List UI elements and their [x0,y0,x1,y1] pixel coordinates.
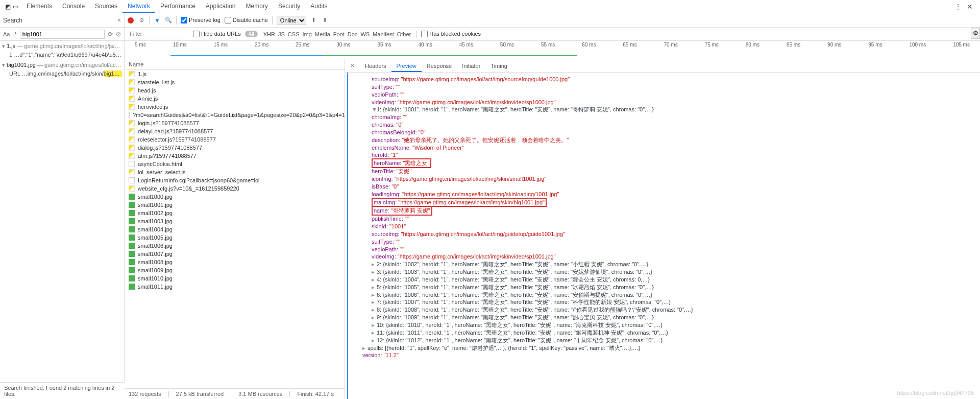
filter-type-xhr[interactable]: XHR [262,31,277,37]
preview-body[interactable]: sourceImg: "https://game.gtimg.cn/images… [347,73,980,399]
filter-input[interactable] [128,30,189,38]
request-row[interactable]: head.js [125,86,345,95]
hide-data-urls-checkbox[interactable]: Hide data URLs [193,31,241,38]
request-row[interactable]: small1011.jpg [125,283,345,291]
download-icon[interactable]: ⬇ [322,17,329,24]
request-row[interactable]: starstele_list.js [125,78,345,86]
request-row[interactable]: ?m0=searchGuides&a0=list&r1=GuideList&pa… [125,111,345,119]
file-type-icon [129,79,135,85]
detail-tab-timing[interactable]: Timing [485,61,512,71]
tab-memory[interactable]: Memory [241,1,273,13]
tab-audits[interactable]: Audits [305,1,332,13]
clear-icon[interactable]: ⊘ [138,17,145,24]
tab-security[interactable]: Security [273,1,305,13]
filter-type-js[interactable]: JS [277,31,286,37]
request-row[interactable]: asyncCookie.html [125,160,345,168]
request-row[interactable]: small1007.jpg [125,250,345,258]
request-row[interactable]: small1005.jpg [125,233,345,242]
request-row[interactable]: small1004.jpg [125,225,345,233]
regex-icon[interactable]: .* [13,31,16,37]
request-row[interactable]: herovideo.js [125,103,345,111]
close-detail-icon[interactable]: ✕ [347,62,358,69]
filter-type-css[interactable]: CSS [286,31,301,37]
request-row[interactable]: website_cfg.js?v=10&_=1612159859220 [125,184,345,193]
kebab-icon[interactable]: ⋮ [954,3,962,11]
file-type-icon [129,243,135,249]
request-row[interactable]: delayLoad.js?1597741088577 [125,127,345,135]
search-refresh-icon[interactable]: ⟳ [108,31,113,38]
has-blocked-cookies-checkbox[interactable]: Has blocked cookies [421,31,481,38]
settings-gear-icon[interactable]: ⚙ [971,28,980,39]
request-row[interactable]: small1001.jpg [125,201,345,209]
file-type-icon [129,275,135,281]
filter-type-ws[interactable]: WS [359,31,371,37]
request-row[interactable]: small1008.jpg [125,258,345,266]
search-result-line[interactable]: URL …img.cn/images/lol/act/img/skin/big1… [2,69,122,78]
tab-console[interactable]: Console [57,1,90,13]
filter-type-doc[interactable]: Doc [346,31,359,37]
tab-application[interactable]: Application [201,1,241,13]
file-type-icon [129,120,135,126]
request-row[interactable]: 1.js [125,70,345,78]
request-row[interactable]: lol_server_select.js [125,168,345,176]
search-close-icon[interactable]: × [117,17,121,24]
search-result-line[interactable]: 1 …d":"1","name":"\u9ed1\u6697\u4e4b\u59… [2,51,122,59]
filter-type-other[interactable]: Other [396,31,413,37]
request-row[interactable]: small1002.jpg [125,209,345,217]
request-row[interactable]: small1003.jpg [125,217,345,225]
search-sidebar: ▾ 1.js — game.gtimg.cn/images/lol/act/im… [0,41,125,399]
file-type-icon [129,177,135,183]
timeline[interactable]: 5 ms10 ms15 ms20 ms25 ms30 ms35 ms40 ms4… [125,41,980,59]
request-row[interactable]: login.js?1597741088577 [125,119,345,127]
file-type-icon [129,202,135,208]
search-icon[interactable]: 🔍 [165,17,172,24]
filter-type-img[interactable]: Img [301,31,313,37]
request-row[interactable]: small1006.jpg [125,242,345,250]
filter-all[interactable]: All [245,31,258,37]
request-row[interactable]: Annie.js [125,95,345,103]
request-row[interactable]: small1010.jpg [125,274,345,283]
filter-icon[interactable]: ▼ [154,17,161,24]
search-result-file[interactable]: ▾ 1.js — game.gtimg.cn/images/lol/act/im… [2,42,122,51]
network-toolbar: ⊘ ▼ 🔍 Preserve log Disable cache Online … [125,13,980,28]
detail-tab-response[interactable]: Response [422,61,457,71]
detail-tab-preview[interactable]: Preview [391,61,422,72]
file-type-icon [129,259,135,265]
request-row[interactable]: roleselector.js?1597741088577 [125,135,345,144]
device-icon[interactable]: ▭ [13,3,18,10]
file-type-icon [129,284,135,290]
request-row[interactable]: atm.js?1597741088577 [125,152,345,160]
request-row[interactable]: LoginReturnInfo.cgi?callback=jsonp60&gam… [125,176,345,184]
detail-tab-initiator[interactable]: Initiator [457,61,485,71]
upload-icon[interactable]: ⬆ [310,17,317,24]
tab-sources[interactable]: Sources [90,1,122,13]
file-type-icon [129,234,135,241]
column-header-name[interactable]: Name [125,59,345,70]
tab-performance[interactable]: Performance [155,1,201,13]
file-type-icon [129,128,135,134]
file-type-icon [129,71,135,77]
search-result-file[interactable]: ▾ big1001.jpg — game.gtimg.cn/images/lol… [2,61,122,69]
request-row[interactable]: dialog.js?1597741088577 [125,144,345,152]
filter-type-font[interactable]: Font [332,31,346,37]
detail-pane: ✕ HeadersPreviewResponseInitiatorTiming … [345,59,980,399]
tab-network[interactable]: Network [122,1,155,13]
disable-cache-checkbox[interactable]: Disable cache [225,17,268,24]
search-clear-icon[interactable]: ⊘ [116,31,121,38]
match-case-icon[interactable]: Aa [3,31,10,37]
filter-type-manifest[interactable]: Manifest [371,31,396,37]
request-row[interactable]: small1000.jpg [125,193,345,201]
search-input[interactable] [20,30,105,39]
tab-elements[interactable]: Elements [21,1,57,13]
file-type-icon [129,210,135,216]
search-results: ▾ 1.js — game.gtimg.cn/images/lol/act/im… [0,41,124,399]
file-type-icon [129,185,135,192]
preserve-log-checkbox[interactable]: Preserve log [181,17,220,24]
filter-type-media[interactable]: Media [313,31,332,37]
close-devtools-icon[interactable]: ✕ [967,3,973,11]
inspect-icon[interactable]: ◩ [5,3,11,10]
record-icon[interactable] [128,17,134,24]
detail-tab-headers[interactable]: Headers [360,61,391,71]
request-row[interactable]: small1009.jpg [125,266,345,274]
throttling-select[interactable]: Online [277,16,306,25]
